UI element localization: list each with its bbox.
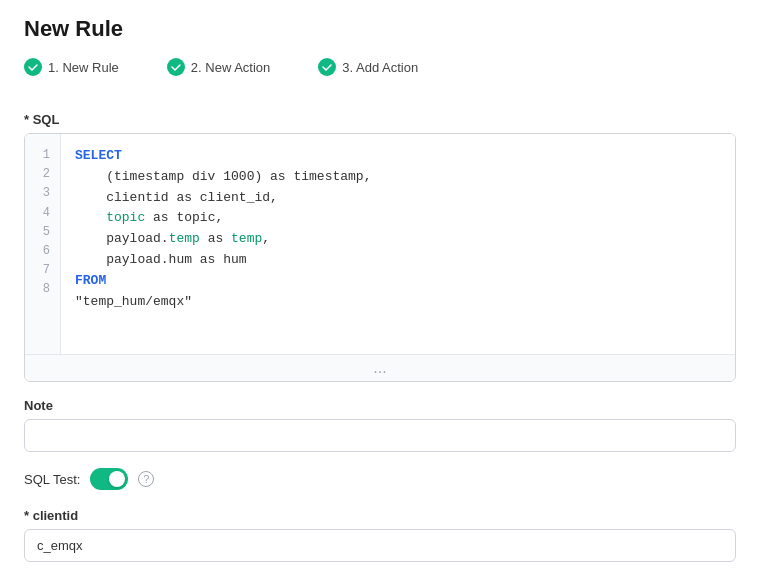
step-2-label: 2. New Action <box>191 60 271 75</box>
sql-code[interactable]: SELECT (timestamp div 1000) as timestamp… <box>61 134 735 354</box>
sql-editor-container: 1 2 3 4 5 6 7 8 SELECT (timestamp div 10… <box>24 133 736 382</box>
line-numbers: 1 2 3 4 5 6 7 8 <box>25 134 61 354</box>
step-3: 3. Add Action <box>318 58 418 76</box>
toggle-knob <box>109 471 125 487</box>
step-2: 2. New Action <box>167 58 271 76</box>
sql-line-2: (timestamp div 1000) as timestamp, <box>75 167 721 188</box>
sql-line-6: payload.hum as hum <box>75 250 721 271</box>
sql-test-label: SQL Test: <box>24 472 80 487</box>
sql-line-5: payload.temp as temp, <box>75 229 721 250</box>
step-3-check-icon <box>318 58 336 76</box>
note-label: Note <box>24 398 736 413</box>
sql-test-row: SQL Test: ? <box>24 468 736 490</box>
sql-test-toggle[interactable] <box>90 468 128 490</box>
expand-dots[interactable]: ... <box>25 354 735 381</box>
step-2-check-icon <box>167 58 185 76</box>
clientid-input[interactable] <box>24 529 736 562</box>
step-3-label: 3. Add Action <box>342 60 418 75</box>
step-1: 1. New Rule <box>24 58 119 76</box>
step-1-check-icon <box>24 58 42 76</box>
sql-label: * SQL <box>24 112 736 127</box>
sql-line-7: FROM <box>75 271 721 292</box>
step-1-label: 1. New Rule <box>48 60 119 75</box>
sql-editor[interactable]: 1 2 3 4 5 6 7 8 SELECT (timestamp div 10… <box>25 134 735 354</box>
steps-bar: 1. New Rule 2. New Action 3. Add Action <box>24 58 736 92</box>
clientid-label: * clientid <box>24 508 736 523</box>
sql-line-3: clientid as client_id, <box>75 188 721 209</box>
page-title: New Rule <box>24 16 736 42</box>
page-container: New Rule 1. New Rule 2. New Action <box>0 0 760 578</box>
sql-line-1: SELECT <box>75 146 721 167</box>
note-input[interactable] <box>24 419 736 452</box>
sql-line-4: topic as topic, <box>75 208 721 229</box>
clientid-section: * clientid <box>24 508 736 562</box>
sql-section: * SQL 1 2 3 4 5 6 7 8 SELECT (timestamp … <box>24 112 736 382</box>
help-icon[interactable]: ? <box>138 471 154 487</box>
note-section: Note <box>24 398 736 452</box>
sql-line-8: "temp_hum/emqx" <box>75 292 721 313</box>
